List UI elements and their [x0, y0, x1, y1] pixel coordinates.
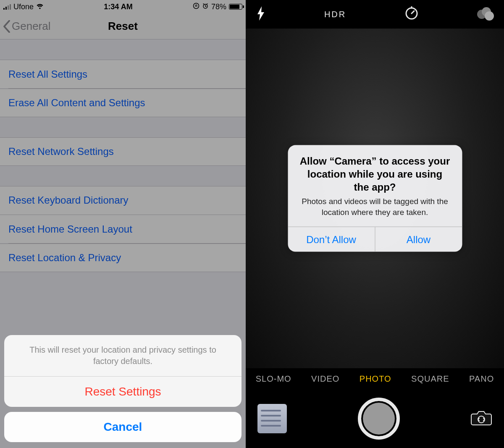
- flash-icon[interactable]: [256, 6, 266, 22]
- alert-title: Allow “Camera” to access your location w…: [288, 145, 462, 196]
- allow-button[interactable]: Allow: [375, 227, 462, 252]
- battery-icon: [229, 4, 242, 10]
- back-label: General: [12, 20, 51, 33]
- reset-keyboard-cell[interactable]: Reset Keyboard Dictionary: [0, 186, 246, 215]
- reset-homescreen-cell[interactable]: Reset Home Screen Layout: [0, 215, 246, 243]
- cancel-button[interactable]: Cancel: [4, 412, 242, 442]
- mode-pano[interactable]: PANO: [469, 374, 494, 384]
- camera-controls: [246, 389, 504, 448]
- filters-icon[interactable]: [477, 7, 494, 21]
- timer-icon[interactable]: [404, 6, 419, 22]
- page-title: Reset: [108, 20, 138, 33]
- back-button[interactable]: General: [3, 20, 51, 33]
- status-bar: Ufone 1:34 AM 78%: [0, 0, 246, 13]
- status-time: 1:34 AM: [104, 3, 132, 11]
- dont-allow-button[interactable]: Don’t Allow: [288, 227, 375, 252]
- action-sheet-message: This will reset your location and privac…: [4, 335, 242, 377]
- reset-all-settings-cell[interactable]: Reset All Settings: [0, 60, 246, 88]
- camera-viewfinder[interactable]: Allow “Camera” to access your location w…: [246, 29, 504, 368]
- alert-message: Photos and videos will be tagged with th…: [288, 196, 462, 227]
- nav-bar: General Reset: [0, 13, 246, 39]
- mode-slomo[interactable]: SLO-MO: [256, 374, 291, 384]
- switch-camera-icon[interactable]: [470, 409, 492, 428]
- reset-settings-button[interactable]: Reset Settings: [4, 377, 242, 407]
- reset-options-list: Reset All Settings Erase All Content and…: [0, 39, 246, 272]
- battery-percent: 78%: [211, 3, 226, 11]
- mode-video[interactable]: VIDEO: [311, 374, 339, 384]
- chevron-left-icon: [3, 20, 11, 33]
- carrier-label: Ufone: [13, 3, 34, 11]
- wifi-icon: [36, 3, 44, 10]
- reset-location-privacy-cell[interactable]: Reset Location & Privacy: [0, 244, 246, 272]
- last-photo-thumbnail[interactable]: [257, 404, 287, 433]
- settings-screen: Ufone 1:34 AM 78% General Reset Reset Al…: [0, 0, 246, 448]
- camera-screen: HDR Allow “Camera” to access your locati…: [246, 0, 504, 448]
- erase-all-content-cell[interactable]: Erase All Content and Settings: [0, 89, 246, 117]
- action-sheet: This will reset your location and privac…: [4, 335, 242, 442]
- location-permission-alert: Allow “Camera” to access your location w…: [288, 145, 462, 252]
- shutter-button[interactable]: [358, 398, 400, 440]
- svg-point-0: [193, 3, 199, 9]
- alarm-icon: [202, 3, 209, 11]
- signal-bars-icon: [3, 4, 11, 10]
- hdr-button[interactable]: HDR: [324, 10, 346, 19]
- camera-top-bar: HDR: [246, 0, 504, 29]
- mode-square[interactable]: SQUARE: [411, 374, 449, 384]
- reset-network-cell[interactable]: Reset Network Settings: [0, 137, 246, 166]
- mode-photo[interactable]: PHOTO: [360, 374, 391, 384]
- camera-mode-selector[interactable]: SLO-MO VIDEO PHOTO SQUARE PANO: [246, 368, 504, 389]
- rotation-lock-icon: [193, 3, 200, 11]
